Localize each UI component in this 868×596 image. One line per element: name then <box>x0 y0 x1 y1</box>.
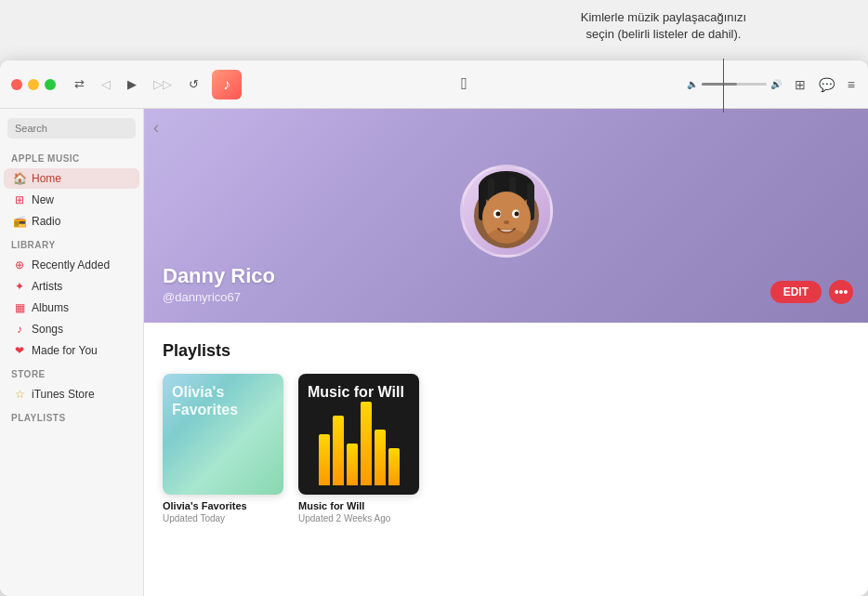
sidebar-item-artists-label: Artists <box>32 280 62 293</box>
sidebar-section-store: Store <box>0 362 143 383</box>
albums-icon: ▦ <box>13 301 26 314</box>
content-area: ‹ <box>144 109 868 596</box>
svg-point-12 <box>514 212 519 217</box>
play-button[interactable]: ▶ <box>124 75 140 93</box>
sidebar-item-made-for-you[interactable]: ❤ Made for You <box>4 340 139 361</box>
titlebar: ⇄ ◁ ▶ ▷▷ ↺ ♪  🔈 🔊 ⊞ 💬 ≡ <box>0 60 868 109</box>
forward-button[interactable]: ▷▷ <box>150 75 176 93</box>
sidebar-item-itunes-store[interactable]: ☆ iTunes Store <box>4 384 139 404</box>
right-controls: ⊞ 💬 ≡ <box>793 75 857 94</box>
equalizer-bars <box>319 402 400 495</box>
search-container <box>0 118 143 146</box>
back-button[interactable]: ◁ <box>98 75 114 93</box>
profile-header: Danny Rico @dannyrico67 EDIT ••• <box>144 109 868 323</box>
eq-bar-4 <box>361 402 372 485</box>
volume-slider[interactable] <box>702 83 767 86</box>
queue-icon[interactable]: ≡ <box>846 75 857 94</box>
profile-handle: @dannyrico67 <box>163 290 275 304</box>
sidebar-item-albums-label: Albums <box>32 301 69 314</box>
search-input[interactable] <box>7 118 136 139</box>
sidebar-section-library: Library <box>0 232 143 254</box>
radio-icon: 📻 <box>13 215 26 228</box>
back-nav-button[interactable]: ‹ <box>153 118 159 138</box>
volume-control: 🔈 🔊 <box>687 79 782 89</box>
repeat-button[interactable]: ↺ <box>185 75 203 93</box>
sidebar-item-radio-label: Radio <box>32 215 60 228</box>
sidebar-item-new[interactable]: ⊞ New <box>4 190 139 210</box>
sidebar-item-itunes-store-label: iTunes Store <box>32 388 95 401</box>
sidebar-item-recently-added[interactable]: ⊕ Recently Added <box>4 255 139 275</box>
playback-controls: ⇄ ◁ ▶ ▷▷ ↺ ♪  🔈 🔊 <box>71 70 782 99</box>
list-item[interactable]: Olivia's Favorites Olivia's Favorites Up… <box>163 374 283 523</box>
profile-info: Danny Rico @dannyrico67 <box>163 264 275 304</box>
memoji-svg <box>465 169 548 253</box>
recently-added-icon: ⊕ <box>13 258 26 272</box>
close-button[interactable] <box>11 79 22 90</box>
music-note-icon: ♪ <box>212 70 242 99</box>
sidebar-item-songs-label: Songs <box>32 323 63 336</box>
profile-actions: EDIT ••• <box>770 280 853 304</box>
volume-fill <box>702 83 738 86</box>
playlist-name-will: Music for Will <box>298 500 419 511</box>
playlists-grid: Olivia's Favorites Olivia's Favorites Up… <box>163 374 849 523</box>
more-options-button[interactable]: ••• <box>829 280 853 304</box>
sidebar-item-recently-added-label: Recently Added <box>32 258 110 272</box>
volume-low-icon: 🔈 <box>687 79 698 89</box>
edit-button[interactable]: EDIT <box>770 281 822 303</box>
itunes-store-icon: ☆ <box>13 388 26 401</box>
playlist-art-olivia-text: Olivia's Favorites <box>172 383 283 418</box>
playlist-art-will: Music for Will <box>298 374 419 495</box>
sidebar-item-albums[interactable]: ▦ Albums <box>4 298 139 318</box>
playlist-art-will-bg: Music for Will <box>298 374 419 495</box>
sidebar-item-home[interactable]: 🏠 Home <box>4 168 139 189</box>
svg-point-13 <box>504 220 509 224</box>
volume-high-icon: 🔊 <box>770 79 782 89</box>
minimize-button[interactable] <box>28 79 39 90</box>
playlist-art-olivia: Olivia's Favorites <box>163 374 283 495</box>
list-item[interactable]: Music for Will <box>298 374 419 523</box>
app-window: ⇄ ◁ ▶ ▷▷ ↺ ♪  🔈 🔊 ⊞ 💬 ≡ <box>0 60 868 596</box>
eq-bar-1 <box>319 434 330 485</box>
sidebar-item-made-for-you-label: Made for You <box>32 344 98 357</box>
svg-point-14 <box>488 229 525 244</box>
tooltip-text: Kimlerle müzik paylaşacağınızı seçin (be… <box>533 9 794 43</box>
sidebar-item-songs[interactable]: ♪ Songs <box>4 319 139 339</box>
sidebar-item-radio[interactable]: 📻 Radio <box>4 211 139 232</box>
eq-bar-3 <box>347 444 358 485</box>
sidebar-item-artists[interactable]: ✦ Artists <box>4 276 139 297</box>
airplay-icon[interactable]: ⊞ <box>793 75 808 94</box>
main-area: Apple Music 🏠 Home ⊞ New 📻 Radio Library… <box>0 109 868 596</box>
lyrics-icon[interactable]: 💬 <box>817 75 836 94</box>
sidebar-section-playlists: Playlists <box>0 405 143 427</box>
shuffle-button[interactable]: ⇄ <box>71 75 88 93</box>
avatar <box>460 165 553 258</box>
sidebar-item-home-label: Home <box>32 172 61 185</box>
traffic-lights <box>11 79 56 90</box>
playlist-art-will-text: Music for Will <box>308 383 404 401</box>
sidebar-item-new-label: New <box>32 193 54 206</box>
home-icon: 🏠 <box>13 172 26 185</box>
playlist-updated-olivia: Updated Today <box>163 513 283 523</box>
eq-bar-5 <box>375 430 386 485</box>
new-icon: ⊞ <box>13 193 26 206</box>
playlist-updated-will: Updated 2 Weeks Ago <box>298 513 419 523</box>
playlists-section-title: Playlists <box>163 341 849 361</box>
maximize-button[interactable] <box>45 79 56 90</box>
made-for-you-icon: ❤ <box>13 344 26 357</box>
artists-icon: ✦ <box>13 280 26 293</box>
eq-bar-2 <box>333 416 344 485</box>
svg-point-10 <box>495 212 500 217</box>
songs-icon: ♪ <box>13 323 26 336</box>
apple-logo:  <box>251 74 677 94</box>
profile-name: Danny Rico <box>163 264 275 288</box>
eq-bar-6 <box>388 448 400 485</box>
playlist-art-olivia-bg: Olivia's Favorites <box>163 374 283 495</box>
playlist-name-olivia: Olivia's Favorites <box>163 500 283 511</box>
sidebar: Apple Music 🏠 Home ⊞ New 📻 Radio Library… <box>0 109 144 596</box>
playlists-section: Playlists Olivia's Favorites Olivia's Fa… <box>144 323 868 542</box>
sidebar-section-apple-music: Apple Music <box>0 146 143 167</box>
